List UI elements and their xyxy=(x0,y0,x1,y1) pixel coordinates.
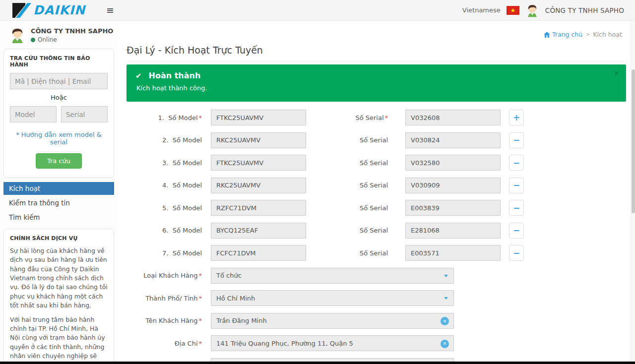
row-index: 1. xyxy=(158,114,164,121)
sidebar-user-avatar xyxy=(9,27,26,44)
row-index: 3. xyxy=(162,159,168,167)
model-input-4[interactable] xyxy=(211,178,306,193)
serial-input-7[interactable] xyxy=(405,245,501,261)
language-label[interactable]: Vietnamese xyxy=(462,6,501,14)
field-label: Thành Phố/ Tỉnh xyxy=(145,295,197,302)
service-policy-card: CHÍNH SÁCH DỊCH VỤ Sự hài lòng của khách… xyxy=(3,229,114,364)
device-row-4: 4. Số Model Số Serial − xyxy=(127,178,626,193)
minus-icon: − xyxy=(513,180,520,190)
lookup-code-input[interactable] xyxy=(10,73,108,89)
select-value: Hồ Chí Minh xyxy=(216,295,255,302)
city-row: Thành Phố/ Tỉnh* Hồ Chí Minh xyxy=(127,290,626,306)
remove-row-button[interactable]: − xyxy=(509,132,524,148)
serial-input-4[interactable] xyxy=(405,178,501,193)
alert-title: Hoàn thành xyxy=(149,71,201,80)
sidebar-user-name: CÔNG TY TNHH SAPHO xyxy=(31,27,113,35)
remove-row-button[interactable]: − xyxy=(509,223,524,239)
model-label: Số Model xyxy=(173,182,202,189)
sidebar-item-activate[interactable]: Kích hoạt xyxy=(3,182,114,195)
row-index: 5. xyxy=(162,204,168,212)
customer-name-input[interactable]: Trần Đăng Minh ✕ xyxy=(211,313,454,329)
minus-icon: − xyxy=(513,225,520,235)
minus-icon: − xyxy=(513,248,520,258)
serial-label: Số Serial xyxy=(306,227,388,234)
city-select[interactable]: Hồ Chí Minh xyxy=(211,290,454,306)
daikin-logo[interactable]: DAIKIN xyxy=(12,3,85,18)
model-input-2[interactable] xyxy=(211,132,306,148)
page-title: Đại Lý - Kích Hoạt Trực Tuyến xyxy=(127,45,263,56)
alert-message: Kích hoạt thành công. xyxy=(136,84,617,92)
flag-star-icon: ★ xyxy=(510,7,515,13)
sidebar-item-check-info[interactable]: Kiểm tra thông tin xyxy=(3,196,114,209)
breadcrumb: Trang chủ > Kích hoạt xyxy=(544,31,622,38)
select-value: Tổ chức xyxy=(216,272,242,279)
customer-type-row: Loại Khách Hàng* Tổ chức xyxy=(127,268,626,284)
home-icon xyxy=(544,32,550,38)
model-label: Số Model xyxy=(168,114,197,121)
model-label: Số Model xyxy=(173,204,202,212)
device-row-3: 3. Số Model Số Serial − xyxy=(127,155,626,171)
online-status-dot xyxy=(31,38,35,42)
clear-icon[interactable]: ✕ xyxy=(441,317,449,325)
model-input-3[interactable] xyxy=(211,155,306,171)
header-user-name[interactable]: CÔNG TY TNHH SAPHO xyxy=(545,6,624,14)
policy-paragraph-1: Sự hài lòng của khách hàng về dịch vụ sa… xyxy=(10,246,108,310)
activation-form: 1. Số Model* Số Serial* + 2. Số Model Số… xyxy=(127,110,626,364)
model-label: Số Model xyxy=(173,227,202,234)
user-avatar[interactable] xyxy=(525,3,539,17)
address-input[interactable]: 141 Triệu Quang Phục, Phường 11, Quận 5 … xyxy=(211,335,454,351)
serial-label: Số Serial xyxy=(306,204,388,212)
serial-input-5[interactable] xyxy=(405,200,501,216)
sidebar-menu: Kích hoạt Kiểm tra thông tin Tìm kiếm xyxy=(3,182,114,224)
field-label: Địa Chỉ xyxy=(175,340,198,347)
model-input-1[interactable] xyxy=(211,110,306,125)
remove-row-button[interactable]: − xyxy=(509,245,524,261)
required-mark: * xyxy=(385,114,388,121)
bottom-edge-bar xyxy=(0,362,635,364)
serial-input-2[interactable] xyxy=(405,132,501,148)
scrollbar-thumb[interactable] xyxy=(632,69,635,213)
model-input-6[interactable] xyxy=(211,223,306,239)
minus-icon: − xyxy=(513,158,520,168)
row-index: 4. xyxy=(162,182,168,189)
breadcrumb-home-link[interactable]: Trang chủ xyxy=(544,31,582,38)
lookup-model-input[interactable] xyxy=(10,106,57,122)
serial-label: Số Serial xyxy=(306,249,388,257)
vietnam-flag-icon[interactable]: ★ xyxy=(507,6,519,15)
breadcrumb-current: Kích hoạt xyxy=(593,31,622,38)
clear-icon[interactable]: ✕ xyxy=(441,340,449,348)
chevron-down-icon xyxy=(444,297,448,300)
lookup-serial-input[interactable] xyxy=(61,106,108,122)
serial-input-3[interactable] xyxy=(405,155,501,171)
add-row-button[interactable]: + xyxy=(509,110,524,125)
alert-close-icon[interactable]: ✕ xyxy=(614,69,619,77)
lookup-submit-button[interactable]: Tra cứu xyxy=(36,153,82,169)
remove-row-button[interactable]: − xyxy=(509,178,524,193)
address-row: Địa Chỉ* 141 Triệu Quang Phục, Phường 11… xyxy=(127,335,626,351)
sidebar-item-search[interactable]: Tìm kiếm xyxy=(3,211,114,224)
remove-row-button[interactable]: − xyxy=(509,155,524,171)
breadcrumb-separator: > xyxy=(585,31,590,38)
model-input-7[interactable] xyxy=(211,245,306,261)
top-header: DAIKIN ≡ Vietnamese ★ CÔNG TY TNHH SAPHO xyxy=(0,0,635,21)
model-label: Số Model xyxy=(173,249,202,257)
row-index: 6. xyxy=(162,227,168,234)
serial-input-6[interactable] xyxy=(405,223,501,239)
customer-type-select[interactable]: Tổ chức xyxy=(211,268,454,284)
serial-input-1[interactable] xyxy=(405,110,501,125)
success-alert: ✔ Hoàn thành Kích hoạt thành công. ✕ xyxy=(127,64,626,102)
serial-label: Số Serial xyxy=(306,136,388,144)
hamburger-menu-icon[interactable]: ≡ xyxy=(106,5,114,15)
field-label: Tên Khách Hàng xyxy=(146,317,198,324)
remove-row-button[interactable]: − xyxy=(509,200,524,216)
row-index: 7. xyxy=(162,249,168,257)
input-value: 141 Triệu Quang Phục, Phường 11, Quận 5 xyxy=(216,340,353,347)
model-input-5[interactable] xyxy=(211,200,306,216)
title-divider xyxy=(127,61,626,61)
vertical-scrollbar[interactable] xyxy=(631,21,635,364)
plus-icon: + xyxy=(513,113,520,122)
serial-label: Số Serial xyxy=(306,182,388,189)
serial-label: Số Serial xyxy=(355,114,383,121)
model-serial-guide-link[interactable]: * Hướng dẫn xem model & serial xyxy=(10,131,108,146)
daikin-logo-text: DAIKIN xyxy=(33,4,85,16)
